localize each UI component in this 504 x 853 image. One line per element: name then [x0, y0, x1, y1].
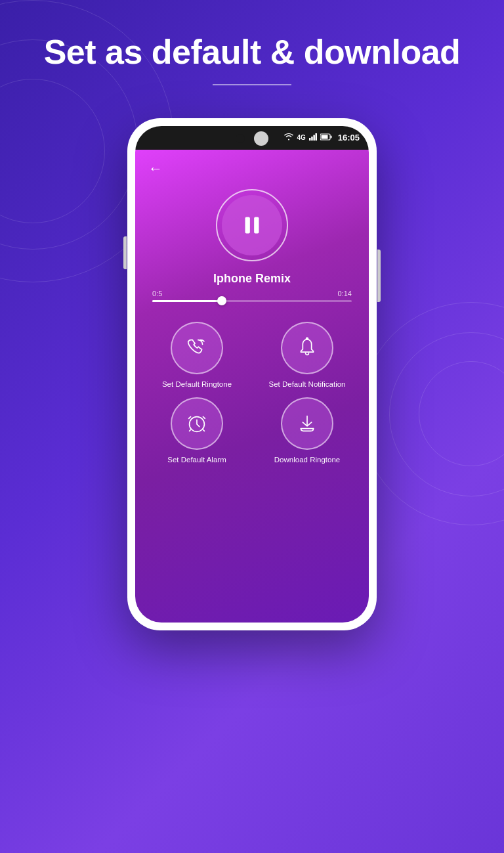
back-button[interactable]: ←	[148, 160, 356, 177]
progress-track[interactable]	[152, 300, 352, 302]
total-time: 0:14	[338, 290, 352, 297]
phone-speaker	[254, 131, 268, 146]
ringtone-label: Set Default Ringtone	[162, 380, 232, 389]
phone-screen: 4G	[135, 126, 369, 623]
progress-thumb[interactable]	[217, 296, 226, 305]
ringtone-circle	[171, 322, 223, 374]
status-time: 16:05	[338, 133, 360, 142]
download-circle	[281, 397, 333, 450]
signal-icon	[309, 133, 317, 142]
back-arrow-icon: ←	[148, 160, 163, 177]
svg-rect-3	[315, 133, 317, 141]
svg-rect-1	[311, 137, 313, 141]
phone-camera	[236, 134, 245, 143]
phone-power-button	[377, 250, 381, 302]
action-download[interactable]: Download Ringtone	[259, 397, 356, 465]
svg-rect-6	[330, 136, 331, 139]
svg-rect-5	[321, 135, 327, 139]
pause-icon	[238, 211, 266, 239]
bell-icon	[295, 336, 320, 361]
phone-call-icon	[184, 336, 209, 361]
time-labels: 0:5 0:14	[152, 290, 352, 297]
pause-button-inner	[222, 195, 282, 255]
download-icon	[295, 411, 320, 436]
svg-rect-0	[309, 138, 311, 141]
progress-fill	[152, 300, 222, 302]
phone-body: 4G	[127, 118, 377, 630]
song-title: Iphone Remix	[213, 272, 291, 286]
alarm-label: Set Default Alarm	[167, 455, 226, 465]
wifi-icon	[284, 133, 293, 142]
progress-section: 0:5 0:14	[148, 290, 356, 302]
page-title: Set as default & download	[26, 33, 478, 72]
action-set-alarm[interactable]: Set Default Alarm	[148, 397, 245, 465]
phone-volume-button	[123, 236, 127, 269]
notification-circle	[281, 322, 333, 374]
svg-rect-2	[313, 135, 315, 141]
clock-icon	[184, 411, 209, 436]
phone-top-bar	[236, 131, 268, 146]
battery-icon	[320, 133, 332, 142]
alarm-circle	[171, 397, 223, 450]
app-content: ← Iphone Remix 0:5	[135, 150, 369, 623]
pause-button[interactable]	[216, 189, 288, 261]
status-icons: 4G	[284, 133, 360, 142]
svg-rect-8	[254, 217, 259, 233]
action-set-ringtone[interactable]: Set Default Ringtone	[148, 322, 245, 389]
phone-mockup: 4G	[0, 118, 504, 630]
download-label: Download Ringtone	[274, 455, 340, 465]
actions-grid: Set Default Ringtone Set Default Notific…	[148, 322, 356, 465]
header-divider	[213, 84, 291, 85]
svg-point-9	[306, 338, 308, 339]
page-header: Set as default & download	[0, 0, 504, 105]
action-set-notification[interactable]: Set Default Notification	[259, 322, 356, 389]
svg-rect-7	[245, 217, 250, 233]
current-time: 0:5	[152, 290, 162, 297]
notification-label: Set Default Notification	[269, 380, 346, 389]
network-label: 4G	[297, 134, 305, 141]
